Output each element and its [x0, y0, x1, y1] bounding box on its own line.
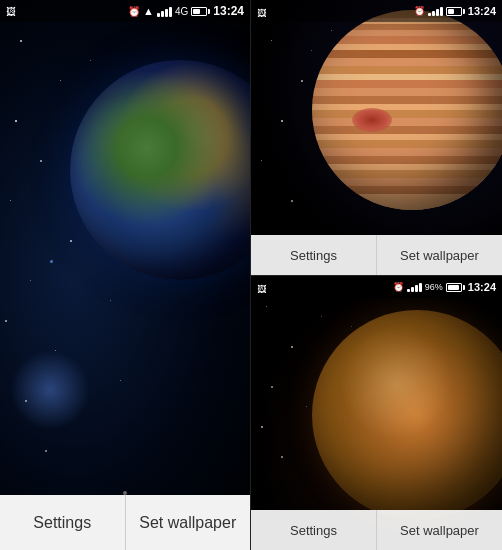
set-wallpaper-button-rb[interactable]: Set wallpaper	[377, 510, 502, 550]
alarm-icon-rt: ⏰	[414, 6, 425, 16]
jupiter-container	[312, 10, 502, 210]
time-rb: 13:24	[468, 281, 496, 293]
battery-pct-rb: 96%	[425, 282, 443, 292]
right-panel: 🖼 ⏰ 13:24 Sett	[251, 0, 502, 550]
photo-icon: 🖼	[6, 6, 16, 17]
left-bottom-buttons: Settings Set wallpaper	[0, 495, 250, 550]
venus-planet	[312, 310, 502, 520]
status-rb-right: ⏰ 96% 13:24	[393, 281, 496, 293]
right-bottom-panel: 🖼 ⏰ 96% 13:24	[251, 275, 502, 550]
set-wallpaper-button-rt[interactable]: Set wallpaper	[377, 235, 502, 275]
network-type: 4G	[175, 6, 188, 17]
right-bottom-buttons: Settings Set wallpaper	[251, 510, 502, 550]
battery-left	[191, 7, 210, 16]
status-rt-left: 🖼	[257, 2, 266, 20]
glow-effect	[10, 350, 90, 430]
jupiter-planet	[312, 10, 502, 210]
alarm-icon: ⏰	[128, 6, 140, 17]
photo-icon-rb: 🖼	[257, 284, 266, 294]
status-rt-right: ⏰ 13:24	[414, 5, 496, 17]
photo-icon-rt: 🖼	[257, 8, 266, 18]
status-bar-right-bottom: 🖼 ⏰ 96% 13:24	[251, 276, 502, 298]
time-left: 13:24	[213, 4, 244, 18]
settings-button-left[interactable]: Settings	[0, 495, 126, 550]
right-top-buttons: Settings Set wallpaper	[251, 235, 502, 275]
status-right-icons: ⏰ ▲ 4G 13:24	[128, 4, 244, 18]
right-top-panel: 🖼 ⏰ 13:24 Sett	[251, 0, 502, 275]
signal-rt	[428, 6, 443, 16]
status-left-icons: 🖼	[6, 6, 16, 17]
wifi-icon: ▲	[143, 5, 154, 17]
status-rb-left: 🖼	[257, 278, 266, 296]
status-bar-left: 🖼 ⏰ ▲ 4G 13:24	[0, 0, 250, 22]
battery-rt	[446, 7, 465, 16]
alarm-icon-rb: ⏰	[393, 282, 404, 292]
great-red-spot	[352, 108, 392, 132]
earth-planet	[70, 60, 251, 280]
earth-container	[70, 60, 251, 280]
venus-container	[312, 310, 502, 520]
left-panel: 🖼 ⏰ ▲ 4G 13:24 Settings Set wallpaper	[0, 0, 251, 550]
set-wallpaper-button-left[interactable]: Set wallpaper	[126, 495, 251, 550]
signal-bars	[157, 5, 172, 17]
settings-button-rt[interactable]: Settings	[251, 235, 377, 275]
time-rt: 13:24	[468, 5, 496, 17]
battery-rb	[446, 283, 465, 292]
settings-button-rb[interactable]: Settings	[251, 510, 377, 550]
signal-rb	[407, 282, 422, 292]
status-bar-right-top: 🖼 ⏰ 13:24	[251, 0, 502, 22]
divider-dot	[123, 491, 127, 495]
